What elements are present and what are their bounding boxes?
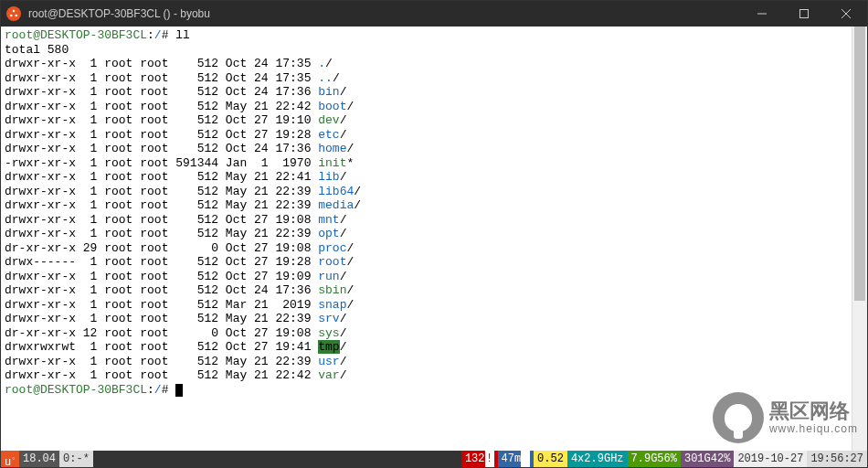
listing-row: drwx------ 1 root root 512 Oct 27 19:28 … [5,255,863,270]
terminal-output[interactable]: root@DESKTOP-30BF3CL:/# lltotal 580drwxr… [1,27,867,451]
status-spacer [93,451,461,467]
maximize-button[interactable] [783,1,825,27]
listing-row: drwxr-xr-x 1 root root 512 Oct 27 19:08 … [5,213,863,228]
listing-row: drwxr-xr-x 1 root root 512 May 21 22:39 … [5,355,863,369]
total-line: total 580 [5,43,863,58]
scrollbar[interactable] [852,27,867,451]
prompt-line: root@DESKTOP-30BF3CL:/# [5,383,863,398]
listing-row: drwxr-xr-x 1 root root 512 May 21 22:39 … [5,198,863,213]
listing-row: drwxr-xr-x 1 root root 512 May 21 22:39 … [5,227,863,241]
listing-row: drwxr-xr-x 1 root root 512 Oct 24 17:36 … [5,142,863,156]
listing-row: drwxr-xr-x 1 root root 512 Oct 27 19:10 … [5,113,863,128]
listing-row: -rwxr-xr-x 1 root root 591344 Jan 1 1970… [5,156,863,171]
svg-point-2 [16,15,18,17]
listing-row: drwxr-xr-x 1 root root 512 Oct 27 19:09 … [5,270,863,284]
status-logo: u◦ [1,451,19,467]
window-titlebar: root@DESKTOP-30BF3CL () - byobu [1,1,867,27]
status-swap: 47m [498,451,535,467]
listing-row: dr-xr-xr-x 29 root root 0 Oct 27 19:08 p… [5,241,863,256]
byobu-statusbar: u◦ 18.04 0:-* 132! 47m 0.52 4x2.9GHz 7.9… [1,451,867,467]
status-cpu: 4x2.9GHz [567,451,628,467]
listing-row: drwxr-xr-x 1 root root 512 May 21 22:41 … [5,170,863,185]
svg-point-0 [13,10,16,13]
listing-row: drwxr-xr-x 1 root root 512 Oct 24 17:35 … [5,57,863,71]
listing-row: drwxr-xr-x 1 root root 512 Oct 27 19:28 … [5,128,863,143]
svg-rect-4 [800,10,809,18]
status-session: 0:-* [59,451,93,467]
svg-point-1 [10,15,13,17]
listing-row: drwxr-xr-x 1 root root 512 May 21 22:39 … [5,185,863,199]
window-title: root@DESKTOP-30BF3CL () - byobu [28,7,741,20]
listing-row: drwxrwxrwt 1 root root 512 Oct 27 19:41 … [5,340,863,355]
listing-row: drwxr-xr-x 1 root root 512 Mar 21 2019 s… [5,298,863,313]
listing-row: dr-xr-xr-x 12 root root 0 Oct 27 19:08 s… [5,326,863,341]
status-mem: 7.9G56% [628,451,681,467]
minimize-button[interactable] [741,1,783,27]
listing-row: drwxr-xr-x 1 root root 512 Oct 24 17:35 … [5,71,863,86]
status-version: 18.04 [19,451,59,467]
status-net: 132! [461,451,498,467]
listing-row: drwxr-xr-x 1 root root 512 May 21 22:39 … [5,312,863,326]
listing-row: drwxr-xr-x 1 root root 512 Oct 24 17:36 … [5,283,863,298]
status-date: 2019-10-27 [734,451,807,467]
status-time: 19:56:27 [807,451,867,467]
listing-row: drwxr-xr-x 1 root root 512 May 21 22:42 … [5,368,863,383]
cursor [175,384,183,397]
listing-row: drwxr-xr-x 1 root root 512 May 21 22:42 … [5,100,863,114]
prompt-line: root@DESKTOP-30BF3CL:/# ll [5,28,863,43]
status-load: 0.52 [534,451,567,467]
close-button[interactable] [825,1,867,27]
status-disk: 301G42% [681,451,734,467]
scrollbar-thumb[interactable] [854,27,865,301]
listing-row: drwxr-xr-x 1 root root 512 Oct 24 17:36 … [5,85,863,100]
ubuntu-icon [6,6,21,21]
